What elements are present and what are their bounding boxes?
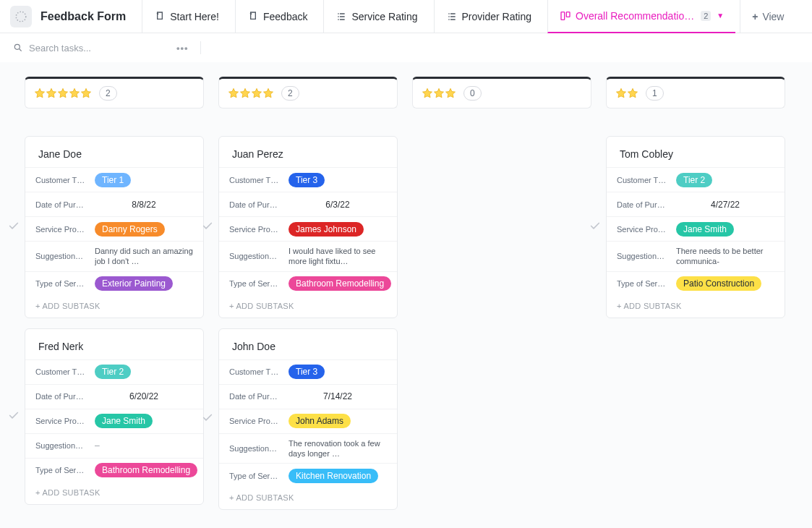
field-value[interactable]: Danny Rogers [95,222,193,237]
field-row-service-type: Type of Ser…Bathroom Remodelling [25,458,203,482]
field-label: Customer T… [35,367,95,376]
task-card[interactable]: John DoeCustomer T…Tier 3Date of Pur…7/1… [218,328,398,511]
field-value[interactable]: Patio Construction [676,276,774,291]
stars-group [422,88,456,99]
more-options-icon[interactable]: ••• [176,43,189,54]
column-header[interactable]: 0 [412,77,591,108]
star-icon [69,88,80,99]
field-label: Suggestion… [229,252,289,260]
field-label: Date of Pur… [229,392,289,401]
field-label: Customer T… [617,176,676,184]
field-value[interactable]: 7/14/22 [289,391,387,401]
svg-point-3 [14,44,20,49]
field-value[interactable]: There needs to be better communica- [676,246,774,267]
field-value[interactable]: Tier 2 [676,173,774,187]
task-card[interactable]: Jane DoeCustomer T…Tier 1Date of Pur…8/8… [25,136,204,318]
column-header[interactable]: 1 [606,77,785,108]
tab-service-rating[interactable]: Service Rating [323,0,429,33]
add-subtask-button[interactable]: + ADD SUBTASK [25,296,203,313]
board: 2Jane DoeCustomer T…Tier 1Date of Pur…8/… [0,62,812,528]
star-icon [228,88,239,99]
field-row-tier: Customer T…Tier 2 [25,359,203,384]
field-value[interactable]: – [95,440,193,451]
star-icon [239,88,251,99]
doc-pin-icon [154,11,166,22]
board-column: 2Jane DoeCustomer T…Tier 1Date of Pur…8/… [25,77,204,510]
field-label: Type of Ser… [229,472,289,480]
plus-icon: + [752,11,758,22]
field-row-suggestions: Suggestion…Danny did such an amazing job… [25,241,203,271]
chevron-down-icon: ▼ [717,12,724,20]
field-row-service-type: Type of Ser…Patio Construction [607,271,785,296]
field-label: Service Pro… [229,225,289,234]
field-value[interactable]: Tier 3 [289,173,387,187]
tab-label: Service Rating [351,11,417,22]
card-stack: Jane DoeCustomer T…Tier 1Date of Pur…8/8… [25,136,204,505]
field-value[interactable]: 6/20/22 [95,391,193,401]
field-value[interactable]: Tier 1 [95,173,193,187]
task-card[interactable]: Fred NerkCustomer T…Tier 2Date of Pur…6/… [25,328,204,505]
star-icon [433,88,445,99]
field-value[interactable]: 4/27/22 [676,200,774,210]
field-label: Suggestion… [617,252,676,260]
star-icon [80,88,92,99]
field-label: Date of Pur… [35,392,95,401]
field-value[interactable]: James Johnson [289,222,387,237]
tab-feedback[interactable]: Feedback [235,0,319,33]
field-value[interactable]: Tier 3 [289,365,387,379]
tier-pill: Tier 3 [289,365,325,379]
field-value[interactable]: I would have liked to see more light fix… [289,246,387,267]
column-header[interactable]: 2 [218,77,398,108]
add-subtask-button[interactable]: + ADD SUBTASK [219,296,397,313]
task-card[interactable]: Juan PerezCustomer T…Tier 3Date of Pur…6… [218,136,398,318]
field-value[interactable]: Bathroom Remodelling [289,276,391,291]
field-row-provider: Service Pro…James Johnson [219,216,397,241]
tier-pill: Tier 1 [95,173,131,187]
column-header[interactable]: 2 [25,77,204,108]
add-subtask-button[interactable]: + ADD SUBTASK [25,482,203,500]
task-check[interactable] [589,220,601,234]
add-subtask-button[interactable]: + ADD SUBTASK [219,487,397,505]
field-value[interactable]: Tier 2 [95,365,193,379]
task-check[interactable] [202,412,213,426]
tab-provider-rating[interactable]: Provider Rating [434,0,544,33]
provider-pill: Jane Smith [676,222,734,237]
check-icon [8,409,20,421]
field-value[interactable]: John Adams [289,414,387,428]
task-card[interactable]: Tom CobleyCustomer T…Tier 2Date of Pur…4… [606,136,785,318]
field-value[interactable]: Jane Smith [95,414,193,428]
tab-overall-recommendation[interactable]: Overall Recommendatio… 2 ▼ [547,0,735,33]
field-value[interactable]: 8/8/22 [95,200,193,210]
task-check[interactable] [202,220,213,234]
search-input[interactable] [29,43,137,54]
field-value[interactable]: Exterior Painting [95,276,193,291]
star-icon [445,88,456,99]
field-value[interactable]: 6/3/22 [289,200,387,210]
tab-label: Provider Rating [462,11,532,22]
field-label: Service Pro… [35,225,95,234]
field-label: Date of Pur… [35,200,95,209]
field-row-date: Date of Pur…6/20/22 [25,384,203,409]
field-label: Suggestion… [35,441,95,450]
app-icon [10,6,32,27]
star-icon [34,88,46,99]
add-subtask-button[interactable]: + ADD SUBTASK [607,296,785,313]
board-column: 1Tom CobleyCustomer T…Tier 2Date of Pur…… [606,77,785,510]
field-label: Suggestion… [35,252,95,260]
tab-count-badge: 2 [701,11,711,21]
check-icon [202,412,213,424]
field-value[interactable]: Jane Smith [676,222,774,237]
add-view-button[interactable]: + View [740,0,795,33]
tab-start-here[interactable]: Start Here! [142,0,231,33]
field-value[interactable]: Bathroom Remodelling [95,463,197,477]
card-stack: Tom CobleyCustomer T…Tier 2Date of Pur…4… [606,136,785,318]
field-value[interactable]: Kitchen Renovation [289,469,387,483]
check-icon [202,220,213,231]
field-row-provider: Service Pro…John Adams [219,409,397,433]
field-value[interactable]: Danny did such an amazing job I don't … [95,246,193,267]
task-check[interactable] [8,409,20,423]
field-value[interactable]: The renovation took a few days longer … [289,438,387,459]
field-row-tier: Customer T…Tier 3 [219,359,397,384]
add-view-label: View [762,11,784,22]
task-check[interactable] [8,220,20,234]
